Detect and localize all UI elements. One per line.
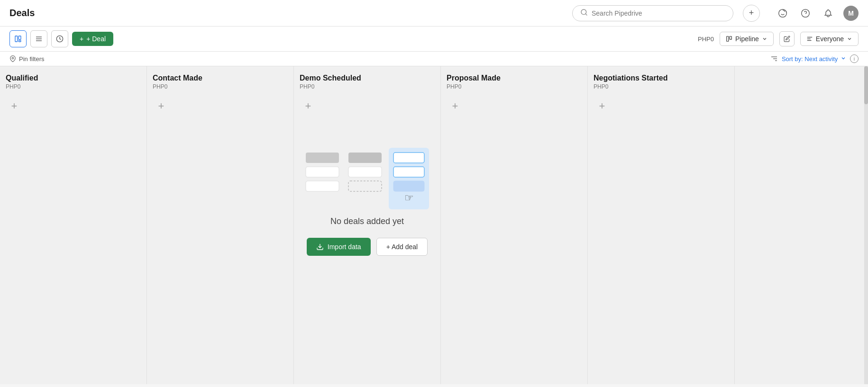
info-icon[interactable]: i bbox=[850, 54, 859, 63]
svg-rect-22 bbox=[306, 153, 339, 163]
column-subtitle: PHP0 bbox=[447, 83, 582, 90]
empty-state-text: No deals added yet bbox=[330, 216, 404, 226]
search-icon bbox=[580, 9, 588, 18]
pin-filters-label: Pin filters bbox=[19, 55, 44, 63]
column-subtitle: PHP0 bbox=[594, 83, 729, 90]
svg-text:☞: ☞ bbox=[404, 192, 414, 204]
column-header-qualified: Qualified PHP0 bbox=[6, 74, 141, 90]
column-demo-scheduled: Demo Scheduled PHP0 + bbox=[294, 66, 441, 384]
column-subtitle: PHP0 bbox=[300, 83, 435, 90]
plus-icon: + bbox=[80, 35, 83, 43]
avatar[interactable]: M bbox=[843, 6, 859, 21]
column-title: Contact Made bbox=[153, 74, 288, 82]
column-title: Qualified bbox=[6, 74, 141, 82]
import-icon bbox=[316, 243, 324, 251]
svg-rect-30 bbox=[393, 167, 424, 177]
svg-rect-31 bbox=[393, 181, 424, 191]
toolbar-right: PHP0 Pipeline Everyone bbox=[698, 31, 859, 46]
column-header-negotiations-started: Negotiations Started PHP0 bbox=[594, 74, 729, 90]
search-input[interactable] bbox=[592, 9, 725, 17]
svg-point-18 bbox=[12, 57, 14, 59]
kanban-view-button[interactable] bbox=[9, 30, 27, 47]
pipeline-label: Pipeline bbox=[735, 35, 759, 43]
sort-icon bbox=[770, 55, 778, 63]
add-deal-demo-scheduled-button[interactable]: + bbox=[300, 98, 317, 115]
add-deal-proposal-made-button[interactable]: + bbox=[447, 98, 464, 115]
column-subtitle: PHP0 bbox=[153, 83, 288, 90]
empty-actions: Import data + Add deal bbox=[307, 238, 428, 256]
search-bar[interactable] bbox=[572, 5, 733, 21]
top-nav: Deals + bbox=[0, 0, 868, 27]
svg-rect-7 bbox=[18, 36, 21, 39]
pin-filters[interactable]: Pin filters bbox=[9, 55, 44, 63]
svg-rect-25 bbox=[348, 153, 382, 163]
svg-rect-6 bbox=[15, 36, 18, 42]
column-title: Negotiations Started bbox=[594, 74, 729, 82]
everyone-label: Everyone bbox=[816, 35, 844, 43]
empty-state-content: ☞ No deals added yet Import data + Add d… bbox=[301, 143, 434, 256]
add-deal-button[interactable]: + + Deal bbox=[72, 32, 113, 46]
scrollbar-thumb[interactable] bbox=[864, 66, 868, 104]
import-label: Import data bbox=[328, 243, 361, 251]
column-contact-made: Contact Made PHP0 + bbox=[147, 66, 294, 384]
edit-pipeline-button[interactable] bbox=[779, 31, 795, 46]
column-proposal-made: Proposal Made PHP0 + bbox=[441, 66, 588, 384]
filter-bar: Pin filters Sort by: Next activity i bbox=[0, 52, 868, 66]
svg-rect-13 bbox=[727, 36, 729, 42]
toolbar: + + Deal PHP0 Pipeline Everyone bbox=[0, 27, 868, 52]
add-deal-contact-made-button[interactable]: + bbox=[153, 98, 170, 115]
svg-rect-14 bbox=[730, 36, 731, 39]
add-deal-negotiations-started-button[interactable]: + bbox=[594, 98, 611, 115]
column-header-demo-scheduled: Demo Scheduled PHP0 bbox=[300, 74, 435, 90]
filter-right: Sort by: Next activity i bbox=[770, 54, 859, 63]
import-data-button[interactable]: Import data bbox=[307, 238, 371, 256]
column-qualified: Qualified PHP0 + bbox=[0, 66, 147, 384]
svg-rect-8 bbox=[18, 40, 21, 42]
svg-point-4 bbox=[802, 9, 810, 17]
column-subtitle: PHP0 bbox=[6, 83, 141, 90]
add-deal-empty-label: + Add deal bbox=[386, 243, 418, 251]
list-view-button[interactable] bbox=[30, 30, 47, 47]
add-deal-qualified-button[interactable]: + bbox=[6, 98, 23, 115]
column-header-contact-made: Contact Made PHP0 bbox=[153, 74, 288, 90]
column-title: Proposal Made bbox=[447, 74, 582, 82]
activity-view-button[interactable] bbox=[51, 30, 68, 47]
column-negotiations-started: Negotiations Started PHP0 + bbox=[588, 66, 735, 384]
empty-state: ☞ No deals added yet Import data + Add d… bbox=[300, 115, 435, 377]
notifications-icon[interactable] bbox=[821, 6, 836, 21]
column-title: Demo Scheduled bbox=[300, 74, 435, 82]
help-icon[interactable] bbox=[798, 6, 813, 21]
empty-illustration: ☞ bbox=[301, 143, 434, 216]
add-deal-label: + Deal bbox=[86, 35, 106, 43]
php0-label: PHP0 bbox=[698, 36, 714, 43]
column-header-proposal-made: Proposal Made PHP0 bbox=[447, 74, 582, 90]
nav-icons: M bbox=[775, 6, 859, 21]
svg-rect-27 bbox=[348, 181, 382, 191]
sort-label[interactable]: Sort by: Next activity bbox=[782, 55, 846, 63]
page-title: Deals bbox=[9, 8, 35, 18]
kanban-board: Qualified PHP0 + Contact Made PHP0 + Dem… bbox=[0, 66, 868, 384]
scrollbar-track[interactable] bbox=[864, 66, 868, 384]
add-deal-empty-button[interactable]: + Add deal bbox=[376, 238, 428, 256]
pipeline-button[interactable]: Pipeline bbox=[720, 32, 774, 46]
svg-rect-24 bbox=[306, 181, 339, 191]
svg-rect-26 bbox=[348, 167, 382, 177]
global-add-button[interactable]: + bbox=[743, 5, 760, 22]
everyone-button[interactable]: Everyone bbox=[800, 32, 859, 46]
svg-line-1 bbox=[585, 14, 587, 15]
svg-rect-29 bbox=[393, 153, 424, 163]
assistant-icon[interactable] bbox=[775, 6, 790, 21]
svg-rect-23 bbox=[306, 167, 339, 177]
